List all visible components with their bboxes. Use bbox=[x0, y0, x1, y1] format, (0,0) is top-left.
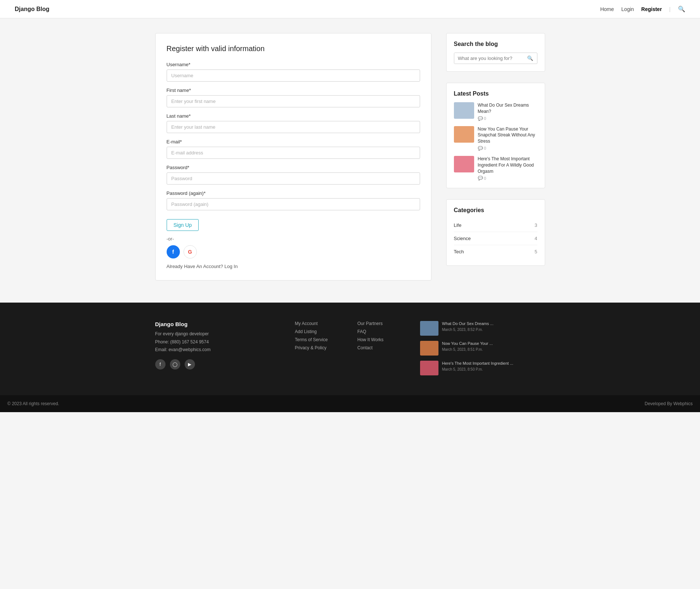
firstname-group: First name* bbox=[167, 88, 420, 107]
post-title-1[interactable]: What Do Our Sex Dreams Mean? bbox=[478, 102, 537, 115]
nav-register[interactable]: Register bbox=[641, 6, 662, 12]
social-icons: f G bbox=[167, 245, 420, 258]
footer-link-myaccount[interactable]: My Account bbox=[295, 321, 343, 326]
password2-group: Password (again)* bbox=[167, 190, 420, 210]
search-section: Search the blog 🔍 bbox=[446, 33, 545, 72]
category-item-science[interactable]: Science 4 bbox=[454, 232, 537, 245]
post-comments-2: 💬 0 bbox=[478, 146, 537, 151]
category-count-life: 3 bbox=[534, 222, 537, 228]
footer-post-thumb-1 bbox=[420, 321, 438, 336]
category-item-tech[interactable]: Tech 5 bbox=[454, 245, 537, 258]
footer-post-title-3[interactable]: Here's The Most Important Ingredient ... bbox=[442, 361, 514, 366]
category-count-science: 4 bbox=[534, 236, 537, 241]
password-input[interactable] bbox=[167, 172, 420, 185]
footer-social-icons: f ◯ ▶ bbox=[155, 359, 280, 370]
nav-divider: | bbox=[669, 6, 671, 12]
password2-input[interactable] bbox=[167, 198, 420, 210]
comment-icon-3: 💬 bbox=[478, 176, 483, 181]
categories-title: Categories bbox=[454, 207, 537, 214]
password-label: Password* bbox=[167, 165, 420, 170]
email-group: E-mail* bbox=[167, 139, 420, 159]
password-group: Password* bbox=[167, 165, 420, 185]
footer-col-links2: Our Partners FAQ How It Works Contact bbox=[358, 321, 405, 381]
footer-email: Email: evan@webphics.com bbox=[155, 346, 280, 354]
footer-post-item-2: Now You Can Pause Your ... March 5, 2023… bbox=[420, 341, 545, 356]
footer-brand: Django Blog bbox=[155, 321, 280, 327]
footer-link-tos[interactable]: Terms of Service bbox=[295, 337, 343, 342]
facebook-icon[interactable]: f bbox=[167, 245, 180, 258]
footer-post-thumb-2 bbox=[420, 341, 438, 356]
lastname-input[interactable] bbox=[167, 121, 420, 133]
username-input[interactable] bbox=[167, 69, 420, 82]
category-name-science: Science bbox=[454, 236, 471, 241]
email-label: E-mail* bbox=[167, 139, 420, 144]
nav-home[interactable]: Home bbox=[600, 6, 614, 12]
post-item-2: Now You Can Pause Your Snapchat Streak W… bbox=[454, 126, 537, 151]
footer-post-date-2: March 5, 2023, 8:51 P.m. bbox=[442, 347, 493, 351]
post-info-1: What Do Our Sex Dreams Mean? 💬 0 bbox=[478, 102, 537, 121]
login-link-container: Already Have An Account? Log In bbox=[167, 264, 420, 269]
category-name-tech: Tech bbox=[454, 249, 464, 254]
footer-link-addlisting[interactable]: Add Listing bbox=[295, 329, 343, 334]
footer-link-privacy[interactable]: Privacy & Policy bbox=[295, 345, 343, 350]
search-input[interactable] bbox=[454, 53, 523, 64]
footer-post-date-3: March 5, 2023, 8:50 P.m. bbox=[442, 367, 514, 371]
footer-post-info-2: Now You Can Pause Your ... March 5, 2023… bbox=[442, 341, 493, 356]
post-comments-1: 💬 0 bbox=[478, 116, 537, 121]
category-count-tech: 5 bbox=[534, 249, 537, 254]
lastname-group: Last name* bbox=[167, 113, 420, 133]
footer-post-info-1: What Do Our Sex Dreams ... March 5, 2023… bbox=[442, 321, 494, 336]
footer-link-howitworks[interactable]: How It Works bbox=[358, 337, 405, 342]
username-label: Username* bbox=[167, 62, 420, 67]
post-info-2: Now You Can Pause Your Snapchat Streak W… bbox=[478, 126, 537, 151]
login-link[interactable]: Log In bbox=[224, 264, 238, 269]
footer-col-brand: Django Blog For every django developer P… bbox=[155, 321, 280, 381]
latest-posts-section: Latest Posts What Do Our Sex Dreams Mean… bbox=[446, 83, 545, 188]
nav-login[interactable]: Login bbox=[621, 6, 634, 12]
post-title-3[interactable]: Here's The Most Important Ingredient For… bbox=[478, 156, 537, 174]
post-item: What Do Our Sex Dreams Mean? 💬 0 bbox=[454, 102, 537, 121]
footer-tagline: For every django developer bbox=[155, 330, 280, 338]
footer-post-date-1: March 5, 2023, 8:52 P.m. bbox=[442, 328, 494, 332]
already-have-account-text: Already Have An Account? bbox=[167, 264, 223, 269]
latest-posts-title: Latest Posts bbox=[454, 90, 537, 97]
email-input[interactable] bbox=[167, 147, 420, 159]
google-icon[interactable]: G bbox=[184, 245, 197, 258]
firstname-input[interactable] bbox=[167, 95, 420, 107]
footer-post-item-1: What Do Our Sex Dreams ... March 5, 2023… bbox=[420, 321, 545, 336]
footer-phone: Phone: (880) 167 524 9574 bbox=[155, 338, 280, 346]
footer-post-title-2[interactable]: Now You Can Pause Your ... bbox=[442, 341, 493, 346]
category-item-life[interactable]: Life 3 bbox=[454, 219, 537, 232]
post-thumbnail-1 bbox=[454, 102, 474, 119]
sidebar: Search the blog 🔍 Latest Posts What Do O… bbox=[446, 33, 545, 281]
footer-inner: Django Blog For every django developer P… bbox=[148, 321, 552, 395]
footer-link-faq[interactable]: FAQ bbox=[358, 329, 405, 334]
form-title: Register with valid information bbox=[167, 44, 420, 53]
signup-button[interactable]: Sign Up bbox=[167, 219, 199, 231]
footer-post-thumb-3 bbox=[420, 361, 438, 375]
post-title-2[interactable]: Now You Can Pause Your Snapchat Streak W… bbox=[478, 126, 537, 144]
firstname-label: First name* bbox=[167, 88, 420, 93]
nav-brand: Django Blog bbox=[15, 6, 49, 13]
footer-col-links1: My Account Add Listing Terms of Service … bbox=[295, 321, 343, 381]
footer-post-info-3: Here's The Most Important Ingredient ...… bbox=[442, 361, 514, 375]
post-thumbnail-3 bbox=[454, 156, 474, 172]
footer-facebook-icon[interactable]: f bbox=[155, 359, 166, 370]
username-group: Username* bbox=[167, 62, 420, 82]
categories-section: Categories Life 3 Science 4 Tech 5 bbox=[446, 199, 545, 266]
footer-instagram-icon[interactable]: ◯ bbox=[170, 359, 180, 370]
category-name-life: Life bbox=[454, 222, 462, 228]
search-icon[interactable]: 🔍 bbox=[678, 6, 685, 13]
footer-youtube-icon[interactable]: ▶ bbox=[185, 359, 195, 370]
footer-developed-by: Developed By Webphics bbox=[644, 401, 693, 406]
footer-post-item-3: Here's The Most Important Ingredient ...… bbox=[420, 361, 545, 375]
comment-icon-2: 💬 bbox=[478, 146, 483, 151]
search-title: Search the blog bbox=[454, 41, 537, 47]
footer-link-partners[interactable]: Our Partners bbox=[358, 321, 405, 326]
post-comments-3: 💬 0 bbox=[478, 176, 537, 181]
search-button[interactable]: 🔍 bbox=[523, 53, 537, 63]
footer-link-contact[interactable]: Contact bbox=[358, 345, 405, 350]
footer-post-title-1[interactable]: What Do Our Sex Dreams ... bbox=[442, 321, 494, 326]
footer-copyright: © 2023 All rights reserved. bbox=[7, 401, 59, 406]
search-box: 🔍 bbox=[454, 53, 537, 64]
